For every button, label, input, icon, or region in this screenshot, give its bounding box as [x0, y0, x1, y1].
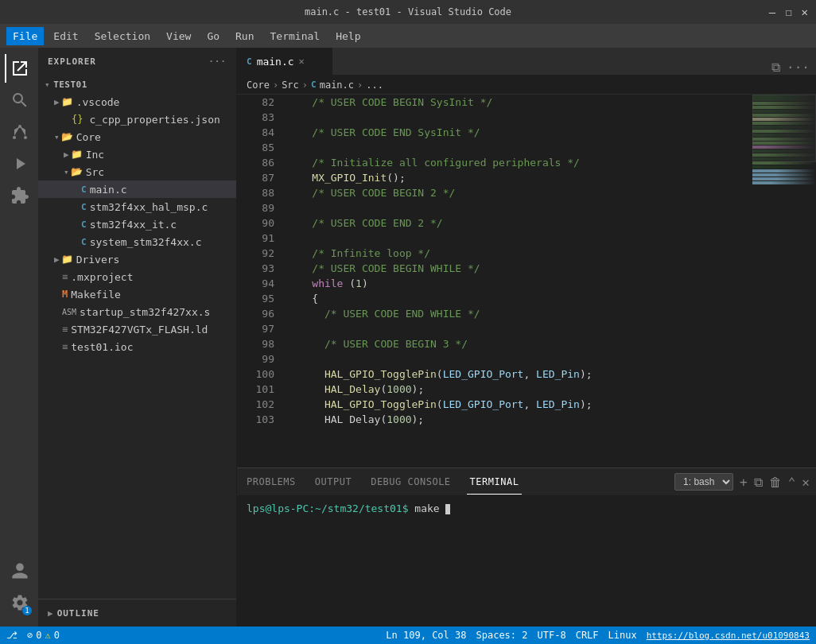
status-os[interactable]: Linux — [608, 630, 637, 641]
kill-terminal-button[interactable]: 🗑 — [769, 475, 782, 490]
drivers-label: Drivers — [76, 254, 120, 266]
error-icon: ⊘ — [27, 630, 33, 641]
split-terminal-button[interactable]: ⧉ — [754, 475, 763, 490]
git-icon: ⎇ — [6, 630, 17, 641]
startup-label: startup_stm32f427xx.s — [80, 306, 210, 318]
tab-terminal[interactable]: TERMINAL — [467, 470, 523, 495]
menu-file[interactable]: File — [6, 27, 44, 45]
terminal-shell-select[interactable]: 1: bash — [674, 473, 733, 491]
status-encoding[interactable]: UTF-8 — [538, 630, 566, 641]
vscode-label: .vscode — [76, 96, 120, 108]
terminal-command-text: make — [414, 502, 439, 514]
menu-edit[interactable]: Edit — [47, 27, 84, 45]
error-count: 0 — [36, 630, 41, 641]
activity-account[interactable] — [5, 557, 33, 585]
sidebar-item-drivers[interactable]: ▶ 📁 Drivers — [38, 250, 236, 268]
status-line-ending[interactable]: CRLF — [576, 630, 599, 641]
tab-bar: C main.c ✕ ⧉ ··· — [237, 48, 816, 76]
sidebar-item-src[interactable]: ▾ 📂 Src — [38, 163, 236, 180]
svg-point-1 — [13, 136, 16, 139]
tab-label: main.c — [257, 56, 294, 68]
status-git-branch[interactable]: ⎇ — [6, 630, 17, 641]
hal-msp-label: stm32f4xx_hal_msp.c — [90, 201, 208, 213]
sep1: › — [273, 80, 278, 91]
tab-close-button[interactable]: ✕ — [299, 56, 305, 67]
activity-run[interactable] — [5, 149, 33, 178]
explorer-more-button[interactable]: ··· — [208, 56, 227, 67]
minimap-canvas — [752, 95, 816, 467]
sidebar-item-startup[interactable]: ASM startup_stm32f427xx.s — [38, 303, 236, 320]
terminal-prompt: lps@lps-PC:~/stm32/test01$ — [247, 502, 409, 514]
status-errors[interactable]: ⊘ 0 ⚠ 0 — [27, 630, 60, 641]
code-area[interactable]: /* USER CODE BEGIN SysInit */ /* USER CO… — [281, 95, 752, 467]
outline-label: OUTLINE — [57, 608, 99, 619]
menu-terminal[interactable]: Terminal — [264, 27, 327, 45]
sidebar-item-cpp-props[interactable]: {} c_cpp_properties.json — [38, 111, 236, 128]
split-editor-button[interactable]: ⧉ — [771, 60, 780, 75]
tab-output[interactable]: OUTPUT — [312, 470, 355, 494]
tab-main-c[interactable]: C main.c ✕ — [237, 48, 332, 75]
sidebar-item-vscode[interactable]: ▶ 📁 .vscode — [38, 93, 236, 111]
sidebar-item-makefile[interactable]: M Makefile — [38, 285, 236, 303]
close-button[interactable]: ✕ — [802, 6, 808, 18]
activity-explorer[interactable] — [5, 54, 33, 83]
status-bar: ⎇ ⊘ 0 ⚠ 0 Ln 109, Col 38 Spaces: 2 UTF-8… — [0, 627, 816, 644]
main-content: 1 EXPLORER ··· ▾ TEST01 ▶ 📁 .vscode {} — [0, 48, 816, 627]
activity-bar: 1 — [0, 48, 38, 627]
status-link[interactable]: https://blog.csdn.net/u01090843 — [647, 630, 810, 641]
terminal-cursor — [445, 504, 450, 514]
sidebar: EXPLORER ··· ▾ TEST01 ▶ 📁 .vscode {} c_c… — [38, 48, 237, 627]
menu-help[interactable]: Help — [329, 27, 367, 45]
settings-badge: 1 — [22, 606, 32, 615]
activity-settings[interactable]: 1 — [5, 588, 33, 617]
file-tree: ▾ TEST01 ▶ 📁 .vscode {} c_cpp_properties… — [38, 76, 236, 599]
breadcrumb-file[interactable]: main.c — [320, 80, 354, 91]
outline-section[interactable]: ▶ OUTLINE — [38, 599, 236, 627]
sidebar-item-mxproject[interactable]: ≡ .mxproject — [38, 268, 236, 285]
status-position[interactable]: Ln 109, Col 38 — [386, 630, 466, 641]
menu-view[interactable]: View — [160, 27, 197, 45]
inc-label: Inc — [86, 149, 104, 161]
more-actions-button[interactable]: ··· — [787, 60, 810, 75]
terminal-content[interactable]: lps@lps-PC:~/stm32/test01$ make — [237, 496, 816, 627]
terminal-panel: PROBLEMS OUTPUT DEBUG CONSOLE TERMINAL 1… — [237, 467, 816, 627]
breadcrumb-core[interactable]: Core — [247, 80, 270, 91]
minimap[interactable] — [752, 95, 816, 467]
sep2: › — [302, 80, 308, 91]
breadcrumb-src[interactable]: Src — [282, 80, 299, 91]
activity-search[interactable] — [5, 86, 33, 114]
code-container: 8283848586878889909192939495969798991001… — [237, 95, 816, 467]
tree-root[interactable]: ▾ TEST01 — [38, 76, 236, 93]
tab-actions: ⧉ ··· — [765, 60, 816, 75]
sidebar-item-main-c[interactable]: C main.c — [38, 180, 236, 198]
breadcrumb-more[interactable]: ... — [366, 80, 383, 91]
status-spaces[interactable]: Spaces: 2 — [476, 630, 528, 641]
tab-debug-console[interactable]: DEBUG CONSOLE — [367, 470, 453, 494]
activity-git[interactable] — [5, 118, 33, 146]
maximize-button[interactable]: ☐ — [785, 6, 791, 18]
sidebar-item-hal-msp[interactable]: C stm32f4xx_hal_msp.c — [38, 198, 236, 215]
titlebar: main.c - test01 - Visual Studio Code – ☐… — [0, 0, 816, 24]
panel-close-button[interactable]: ✕ — [802, 475, 810, 490]
explorer-label: EXPLORER — [48, 56, 96, 67]
menu-go[interactable]: Go — [200, 27, 226, 45]
mxproject-label: .mxproject — [71, 271, 133, 283]
panel-up-button[interactable]: ⌃ — [788, 475, 796, 490]
new-terminal-button[interactable]: + — [740, 475, 748, 490]
menu-run[interactable]: Run — [229, 27, 260, 45]
breadcrumb-icon: C — [311, 80, 317, 90]
sidebar-header: EXPLORER ··· — [38, 48, 236, 76]
root-label: TEST01 — [53, 80, 87, 90]
minimize-button[interactable]: – — [769, 6, 775, 18]
line-numbers: 8283848586878889909192939495969798991001… — [237, 95, 281, 467]
sidebar-item-inc[interactable]: ▶ 📁 Inc — [38, 145, 236, 163]
sidebar-item-system[interactable]: C system_stm32f4xx.c — [38, 233, 236, 250]
sidebar-item-flash-ld[interactable]: ≡ STM32F427VGTx_FLASH.ld — [38, 320, 236, 338]
activity-extensions[interactable] — [5, 181, 33, 210]
src-label: Src — [86, 166, 104, 178]
menu-selection[interactable]: Selection — [88, 27, 157, 45]
sidebar-item-it[interactable]: C stm32f4xx_it.c — [38, 215, 236, 233]
sidebar-item-ioc[interactable]: ≡ test01.ioc — [38, 338, 236, 355]
sidebar-item-core[interactable]: ▾ 📂 Core — [38, 128, 236, 145]
tab-problems[interactable]: PROBLEMS — [243, 470, 299, 494]
